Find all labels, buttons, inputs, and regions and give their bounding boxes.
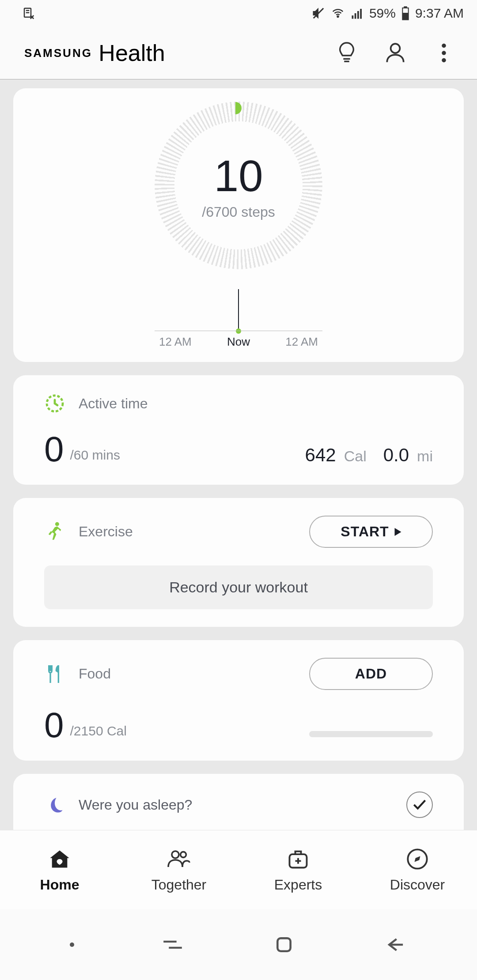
svg-rect-26 — [277, 938, 290, 951]
steps-timeline: 12 AM Now 12 AM — [155, 291, 322, 344]
exercise-card[interactable]: Exercise START Record your workout — [13, 498, 464, 627]
record-workout-button[interactable]: Record your workout — [44, 565, 433, 609]
main-scroll[interactable]: 10 /6700 steps 12 AM Now 12 AM Active ti… — [0, 79, 477, 887]
timeline-left: 12 AM — [159, 335, 192, 349]
nav-together[interactable]: Together — [119, 830, 238, 909]
svg-point-16 — [391, 44, 400, 53]
status-bar: 59% 9:37 AM — [0, 0, 477, 26]
experts-icon — [286, 847, 310, 871]
svg-point-23 — [181, 852, 186, 858]
recents-button[interactable] — [160, 932, 185, 957]
active-time-icon — [44, 393, 65, 414]
exercise-title: Exercise — [79, 524, 133, 540]
system-nav-bar — [0, 909, 477, 980]
home-button[interactable] — [272, 932, 296, 957]
distance-value: 0.0 — [383, 445, 409, 466]
start-exercise-button[interactable]: START — [309, 516, 433, 548]
svg-rect-12 — [404, 7, 406, 8]
profile-icon[interactable] — [384, 42, 406, 64]
calories-unit: Cal — [344, 448, 367, 465]
together-icon — [167, 847, 191, 871]
battery-icon — [401, 6, 410, 20]
steps-card[interactable]: 10 /6700 steps 12 AM Now 12 AM — [13, 88, 464, 362]
svg-rect-9 — [357, 11, 359, 19]
discover-icon — [405, 847, 430, 871]
svg-point-18 — [442, 51, 446, 55]
exercise-icon — [44, 521, 65, 543]
tips-icon[interactable] — [336, 42, 358, 64]
timeline-right: 12 AM — [285, 335, 318, 349]
timeline-now: Now — [227, 335, 250, 349]
food-icon — [44, 663, 65, 685]
food-cal-goal: /2150 Cal — [70, 724, 127, 739]
nav-home[interactable]: Home — [0, 830, 119, 909]
app-title: SAMSUNG Health — [24, 40, 336, 66]
nav-discover[interactable]: Discover — [358, 830, 477, 909]
app-header: SAMSUNG Health — [0, 26, 477, 79]
food-progress-bar — [309, 731, 433, 737]
clock-label: 9:37 AM — [415, 6, 464, 21]
svg-point-22 — [172, 851, 179, 858]
svg-rect-8 — [355, 13, 356, 19]
sleep-title: Were you asleep? — [79, 797, 192, 813]
food-card[interactable]: Food ADD 0 /2150 Cal — [13, 640, 464, 761]
assistant-dot[interactable] — [70, 942, 74, 947]
active-time-card[interactable]: Active time 0 /60 mins 642 Cal 0.0 mi — [13, 375, 464, 485]
wifi-icon — [330, 7, 345, 20]
active-minutes-value: 0 — [44, 432, 64, 467]
nav-experts[interactable]: Experts — [238, 830, 358, 909]
calories-value: 642 — [305, 445, 336, 466]
food-title: Food — [79, 666, 111, 682]
active-time-title: Active time — [79, 396, 148, 412]
distance-unit: mi — [417, 448, 433, 465]
doc-cancel-icon — [22, 7, 35, 20]
back-button[interactable] — [382, 932, 407, 957]
svg-rect-10 — [360, 9, 362, 19]
svg-rect-13 — [403, 13, 408, 19]
bottom-nav: Home Together Experts Discover — [0, 830, 477, 909]
active-minutes-goal: /60 mins — [70, 448, 120, 463]
food-cal-value: 0 — [44, 708, 64, 743]
steps-ring: 10 /6700 steps — [155, 102, 322, 269]
svg-point-17 — [442, 43, 446, 48]
sleep-icon — [44, 794, 65, 815]
svg-point-21 — [55, 522, 59, 526]
battery-percent: 59% — [369, 6, 396, 21]
svg-rect-7 — [352, 15, 353, 19]
svg-point-6 — [337, 16, 338, 17]
more-icon[interactable] — [433, 42, 455, 64]
svg-point-19 — [442, 58, 446, 62]
mute-icon — [312, 7, 325, 20]
signal-icon — [351, 7, 364, 20]
home-icon — [47, 847, 72, 871]
confirm-sleep-button[interactable] — [406, 792, 433, 818]
add-food-button[interactable]: ADD — [309, 658, 433, 690]
